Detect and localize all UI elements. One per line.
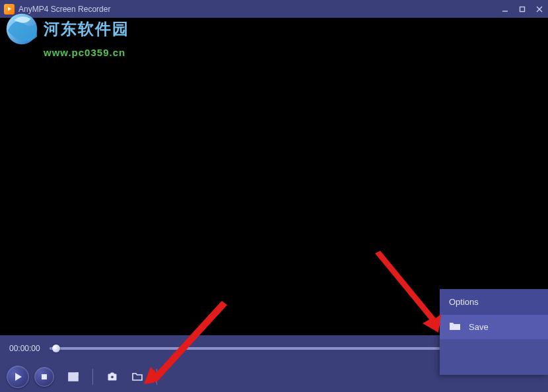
svg-rect-6 [42, 374, 47, 379]
svg-point-4 [7, 14, 37, 44]
svg-point-9 [111, 376, 114, 379]
app-icon [4, 4, 15, 15]
stop-icon [41, 374, 48, 380]
camera-icon [106, 371, 118, 383]
close-button[interactable] [531, 0, 548, 18]
app-title: AnyMP4 Screen Recorder [18, 5, 110, 14]
options-spacer [440, 339, 548, 375]
watermark-url: www.pc0359.cn [44, 47, 129, 58]
aspect-icon [67, 371, 79, 383]
stop-button[interactable] [34, 367, 54, 387]
play-icon [13, 372, 22, 381]
divider [92, 369, 93, 385]
titlebar[interactable]: AnyMP4 Screen Recorder [0, 0, 548, 18]
playback-time: 00:00:00 [9, 344, 40, 353]
minimize-icon [502, 6, 508, 13]
open-folder-button[interactable] [127, 367, 147, 387]
options-header: Options [440, 289, 548, 315]
play-button[interactable] [7, 366, 29, 388]
video-preview[interactable]: 河东软件园 www.pc0359.cn [0, 18, 548, 335]
options-list: Save [440, 315, 548, 339]
divider [156, 369, 157, 385]
maximize-icon [519, 6, 526, 13]
snapshot-button[interactable] [102, 367, 122, 387]
close-icon [536, 6, 543, 13]
options-item-save[interactable]: Save [440, 315, 548, 339]
svg-rect-1 [520, 7, 525, 11]
maximize-button[interactable] [514, 0, 531, 18]
options-popup: Options Save [440, 289, 548, 375]
folder-icon [131, 371, 143, 383]
aspect-button[interactable] [63, 367, 83, 387]
watermark-text: 河东软件园 [44, 18, 129, 40]
options-item-label: Save [469, 322, 489, 332]
folder-icon [449, 321, 461, 333]
svg-marker-5 [15, 373, 22, 381]
minimize-button[interactable] [497, 0, 514, 18]
seek-thumb[interactable] [52, 344, 60, 352]
app-window: AnyMP4 Screen Recorder 河东软件园 [0, 0, 548, 392]
